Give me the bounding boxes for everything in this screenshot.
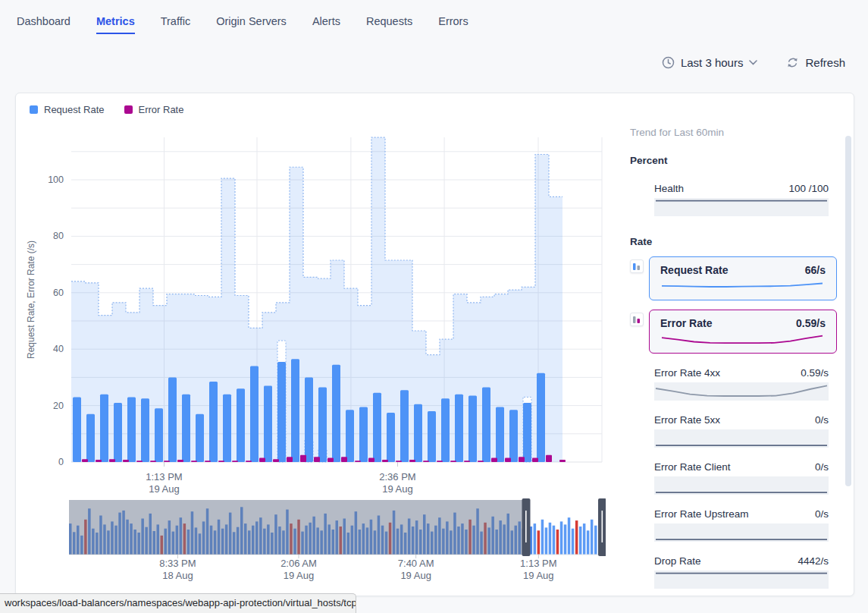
svg-text:19 Aug: 19 Aug — [382, 483, 413, 495]
nav-item-errors[interactable]: Errors — [438, 15, 468, 34]
rate-card-row: Request Rate66/s — [630, 256, 850, 300]
metric-label: Drop Rate — [654, 555, 701, 567]
legend-label: Request Rate — [44, 104, 105, 115]
refresh-label: Refresh — [805, 56, 845, 69]
metric-label: Error Rate — [660, 317, 712, 329]
legend-swatch — [124, 105, 133, 114]
legend-item-error-rate[interactable]: Error Rate — [124, 104, 184, 115]
trend-sparkline — [660, 333, 824, 347]
nav-item-alerts[interactable]: Alerts — [312, 15, 340, 34]
trend-sparkline — [654, 198, 829, 216]
svg-text:2:36 PM: 2:36 PM — [379, 471, 415, 483]
trend-sparkline — [654, 476, 829, 495]
metric-value: 4442/s — [797, 555, 829, 567]
trend-sparkline — [660, 280, 824, 294]
trend-sparkline — [654, 571, 829, 589]
mini-bar-chart-icon — [630, 259, 644, 273]
rate-card-row: Error Rate0.59/s — [630, 310, 850, 354]
top-navigation: DashboardMetricsTrafficOrigin ServersAle… — [17, 15, 468, 34]
nav-item-origin-servers[interactable]: Origin Servers — [216, 15, 287, 34]
refresh-icon — [786, 56, 799, 69]
trend-sparkline — [654, 523, 829, 542]
sidebar-scrollbar[interactable] — [845, 136, 851, 486]
metric-row-error-rate-upstream[interactable]: Error Rate Upstream0/s — [654, 508, 829, 542]
timeline-tick-label: 7:40 AM19 Aug — [398, 558, 434, 582]
metric-row-error-rate-client[interactable]: Error Rate Client0/s — [654, 461, 829, 495]
metric-value: 100 /100 — [788, 183, 829, 194]
svg-text:20: 20 — [53, 401, 64, 411]
time-range-label: Last 3 hours — [681, 56, 744, 69]
nav-item-dashboard[interactable]: Dashboard — [17, 15, 71, 34]
metric-label: Error Rate 4xx — [654, 367, 720, 379]
metrics-panel: Request RateError Rate 020406080100Reque… — [15, 93, 854, 596]
legend-label: Error Rate — [139, 104, 184, 115]
svg-text:60: 60 — [53, 288, 64, 298]
timeline-tick-label: 8:33 PM18 Aug — [159, 558, 196, 582]
refresh-button[interactable]: Refresh — [786, 56, 845, 69]
metric-value: 0/s — [815, 414, 829, 426]
metric-label: Error Rate Upstream — [654, 508, 749, 520]
metric-row-error-rate-5xx[interactable]: Error Rate 5xx0/s — [654, 414, 829, 448]
metric-label: Request Rate — [660, 264, 728, 276]
timeline-tick-label: 1:13 PM19 Aug — [520, 558, 556, 582]
legend-swatch — [30, 105, 38, 114]
svg-text:1:13 PM: 1:13 PM — [146, 471, 182, 483]
rate-card-error-rate[interactable]: Error Rate0.59/s — [649, 310, 837, 354]
time-range-selector[interactable]: Last 3 hours — [662, 56, 758, 69]
metric-value: 66/s — [805, 264, 826, 276]
nav-item-metrics[interactable]: Metrics — [96, 15, 135, 34]
sparkline-area — [654, 429, 829, 448]
metric-value: 0.59/s — [796, 317, 826, 329]
metric-label: Error Rate Client — [654, 461, 731, 473]
section-header-percent: Percent — [630, 155, 850, 166]
section-header-rate: Rate — [630, 236, 850, 247]
timeline-tick-label: 2:06 AM19 Aug — [280, 558, 317, 582]
timeline-axis-labels: 8:33 PM18 Aug2:06 AM19 Aug7:40 AM19 Aug1… — [67, 558, 606, 589]
minimap-left-handle[interactable] — [522, 498, 531, 556]
chart-legend: Request RateError Rate — [30, 104, 183, 115]
metric-value: 0/s — [815, 508, 829, 520]
mini-bar-chart-icon — [630, 313, 644, 326]
sparkline-area — [654, 523, 829, 542]
trend-sidebar: Trend for Last 60min Percent Health100 /… — [615, 93, 850, 596]
trend-title: Trend for Last 60min — [630, 127, 850, 138]
sparkline-area — [654, 382, 829, 401]
minimap-unselected-overlay — [69, 500, 527, 555]
metric-row-drop-rate[interactable]: Drop Rate4442/s — [654, 555, 829, 589]
metric-label: Error Rate 5xx — [654, 414, 720, 426]
metric-label: Health — [654, 183, 684, 194]
metric-value: 0.59/s — [801, 367, 829, 379]
svg-text:19 Aug: 19 Aug — [149, 483, 180, 495]
clock-icon — [662, 56, 675, 69]
sparkline-area — [654, 571, 829, 589]
svg-text:0: 0 — [58, 457, 64, 467]
nav-item-traffic[interactable]: Traffic — [161, 15, 190, 34]
svg-text:40: 40 — [53, 344, 64, 354]
sparkline-area — [654, 198, 829, 216]
metric-row-health[interactable]: Health100 /100 — [654, 183, 829, 216]
trend-sparkline — [654, 382, 829, 401]
svg-text:Request Rate, Error Rate (/s): Request Rate, Error Rate (/s) — [26, 240, 36, 359]
trend-sparkline — [654, 429, 829, 448]
request-error-rate-chart[interactable]: 020406080100Request Rate, Error Rate (/s… — [22, 127, 613, 498]
sparkline-area — [660, 280, 826, 297]
chart-controls: Last 3 hours Refresh — [662, 56, 845, 69]
sparkline-area — [654, 476, 829, 495]
sparkline-area — [660, 333, 826, 350]
metric-value: 0/s — [815, 461, 829, 473]
minimap-right-handle[interactable] — [598, 498, 606, 556]
chevron-down-icon — [749, 60, 757, 65]
rate-card-request-rate[interactable]: Request Rate66/s — [649, 256, 837, 300]
nav-item-requests[interactable]: Requests — [366, 15, 412, 34]
timeline-brush-chart[interactable] — [67, 498, 606, 559]
metric-row-error-rate-4xx[interactable]: Error Rate 4xx0.59/s — [654, 367, 829, 401]
legend-item-request-rate[interactable]: Request Rate — [30, 104, 105, 115]
svg-text:100: 100 — [48, 174, 64, 185]
link-preview-statusbar: workspaces/load-balancers/namespaces/web… — [0, 593, 356, 613]
svg-text:80: 80 — [53, 231, 64, 241]
